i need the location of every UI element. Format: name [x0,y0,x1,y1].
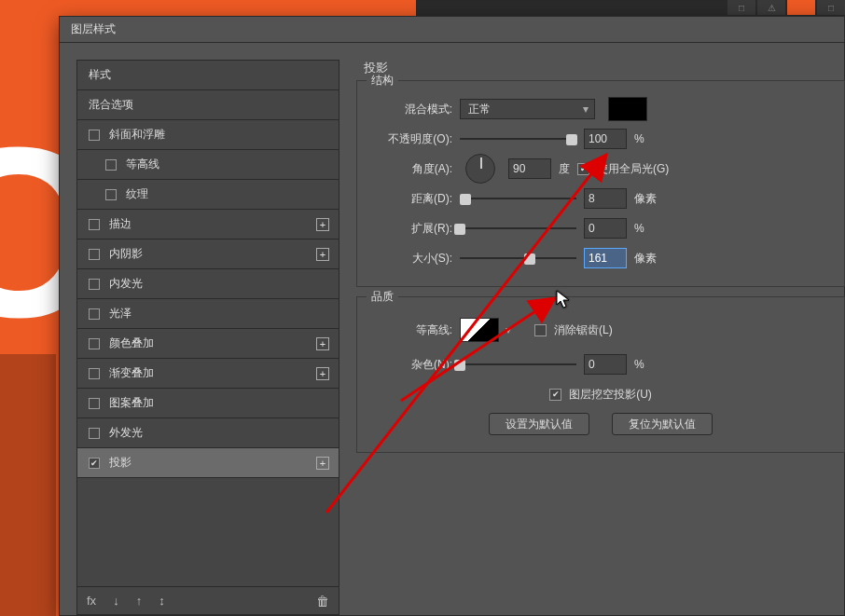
spread-label: 扩展(R): [370,221,452,237]
sidebar-item-label: 斜面和浮雕 [109,127,165,143]
sidebar-item-label: 投影 [109,455,132,471]
noise-slider[interactable] [460,356,576,373]
sidebar-item-blend-options[interactable]: 混合选项 [77,90,339,120]
blend-mode-label: 混合模式: [370,102,452,117]
unit-label: % [634,222,644,235]
sidebar-item-satin[interactable]: 光泽 [77,299,339,329]
sidebar-item-stroke[interactable]: 描边 + [77,210,339,240]
checkbox-icon[interactable] [89,398,100,409]
sidebar-item-label: 渐变叠加 [109,365,154,381]
sidebar-item-inner-shadow[interactable]: 内阴影 + [77,240,339,269]
checkbox-icon[interactable] [89,458,100,469]
dialog-title: 图层样式 [71,21,116,37]
sidebar-item-label: 描边 [109,216,132,232]
settings-panel: 投影 结构 混合模式: 正常 不透明度(O): % 角度(A): [356,60,845,615]
arrow-updown-icon[interactable]: ↕ [159,594,165,608]
dialog-titlebar[interactable]: 图层样式 [60,17,844,43]
opacity-label: 不透明度(O): [370,131,452,147]
blend-mode-select[interactable]: 正常 [460,99,595,119]
angle-input[interactable] [508,158,551,179]
sidebar-item-label: 内发光 [109,276,143,292]
knockout-label: 图层挖空投影(U) [569,387,652,403]
sidebar-item-label: 图案叠加 [109,395,154,411]
checkbox-icon[interactable] [89,130,100,141]
sidebar-item-outer-glow[interactable]: 外发光 [77,418,339,448]
sidebar-item-pattern-overlay[interactable]: 图案叠加 [77,389,339,418]
size-input[interactable] [584,248,627,268]
contour-label: 等高线: [370,322,452,338]
arrow-up-icon[interactable]: ↑ [136,594,143,608]
set-default-button[interactable]: 设置为默认值 [489,413,589,435]
plus-icon[interactable]: + [316,367,329,380]
sidebar-item-drop-shadow[interactable]: 投影 + [77,448,339,478]
unit-label: 像素 [634,251,657,267]
toolbar-icon-active[interactable] [787,0,815,15]
trash-icon[interactable]: 🗑 [316,594,329,609]
sidebar-item-label: 等高线 [126,157,159,172]
angle-dial[interactable] [465,154,495,184]
sidebar-item-color-overlay[interactable]: 颜色叠加 + [77,329,339,359]
sidebar-item-bevel[interactable]: 斜面和浮雕 [77,120,339,150]
noise-label: 杂色(N): [370,357,452,373]
fx-icon[interactable]: fx [87,594,96,608]
checkbox-icon[interactable] [105,189,117,200]
opacity-slider[interactable] [460,130,576,147]
global-light-checkbox[interactable] [577,163,589,175]
spread-slider[interactable] [460,220,576,237]
distance-input[interactable] [584,188,627,209]
checkbox-icon[interactable] [89,249,100,260]
sidebar-item-texture[interactable]: 纹理 [77,180,339,210]
styles-sidebar: 样式 混合选项 斜面和浮雕 等高线 纹理 描边 + [76,60,339,615]
toolbar-icon[interactable]: □ [727,0,755,15]
unit-label: % [634,132,644,145]
toolbar-icon[interactable]: ⚠ [757,0,785,15]
background-shadow [0,354,56,616]
sidebar-footer: fx ↓ ↑ ↕ 🗑 [77,586,339,614]
size-slider[interactable] [460,250,576,267]
sidebar-item-label: 外发光 [109,425,143,441]
contour-picker[interactable] [460,318,499,342]
sidebar-item-inner-glow[interactable]: 内发光 [77,269,339,299]
fieldset-legend: 品质 [367,289,398,305]
sidebar-item-label: 混合选项 [89,97,133,113]
quality-fieldset: 品质 等高线: 消除锯齿(L) 杂色(N): % 图层挖空投影(U) [356,296,845,453]
checkbox-icon[interactable] [89,308,100,320]
knockout-checkbox[interactable] [549,389,561,401]
checkbox-icon[interactable] [89,368,100,379]
arrow-down-icon[interactable]: ↓ [113,594,119,608]
unit-label: 像素 [634,191,657,207]
checkbox-icon[interactable] [89,338,100,349]
antialias-checkbox[interactable] [534,324,547,336]
plus-icon[interactable]: + [316,248,329,261]
plus-icon[interactable]: + [316,218,329,231]
structure-fieldset: 结构 混合模式: 正常 不透明度(O): % 角度(A): 度 [356,80,845,287]
sidebar-item-label: 光泽 [109,306,132,322]
distance-slider[interactable] [460,190,576,207]
checkbox-icon[interactable] [89,428,100,439]
fieldset-legend: 结构 [367,73,398,89]
sidebar-item-gradient-overlay[interactable]: 渐变叠加 + [77,359,339,389]
antialias-label: 消除锯齿(L) [554,322,613,338]
checkbox-icon[interactable] [89,219,100,230]
layer-style-dialog: 图层样式 样式 混合选项 斜面和浮雕 等高线 纹理 描边 + [59,16,845,616]
sidebar-item-label: 颜色叠加 [109,335,154,351]
global-light-label: 使用全局光(G) [597,161,669,177]
app-toolbar-icons: □ ⚠ □ [727,0,845,15]
sidebar-item-contour[interactable]: 等高线 [77,150,339,180]
shadow-color-swatch[interactable] [608,97,647,121]
sidebar-item-label: 纹理 [126,186,148,202]
noise-input[interactable] [584,354,627,375]
checkbox-icon[interactable] [89,279,100,290]
checkbox-icon[interactable] [105,159,117,171]
angle-label: 角度(A): [370,161,452,177]
opacity-input[interactable] [584,129,627,149]
distance-label: 距离(D): [370,191,452,207]
sidebar-header: 样式 [77,61,339,90]
plus-icon[interactable]: + [316,457,329,470]
reset-default-button[interactable]: 复位为默认值 [612,413,713,435]
spread-input[interactable] [584,218,627,239]
unit-label: % [634,358,644,371]
toolbar-icon[interactable]: □ [817,0,845,15]
unit-label: 度 [559,161,570,177]
plus-icon[interactable]: + [316,337,329,350]
